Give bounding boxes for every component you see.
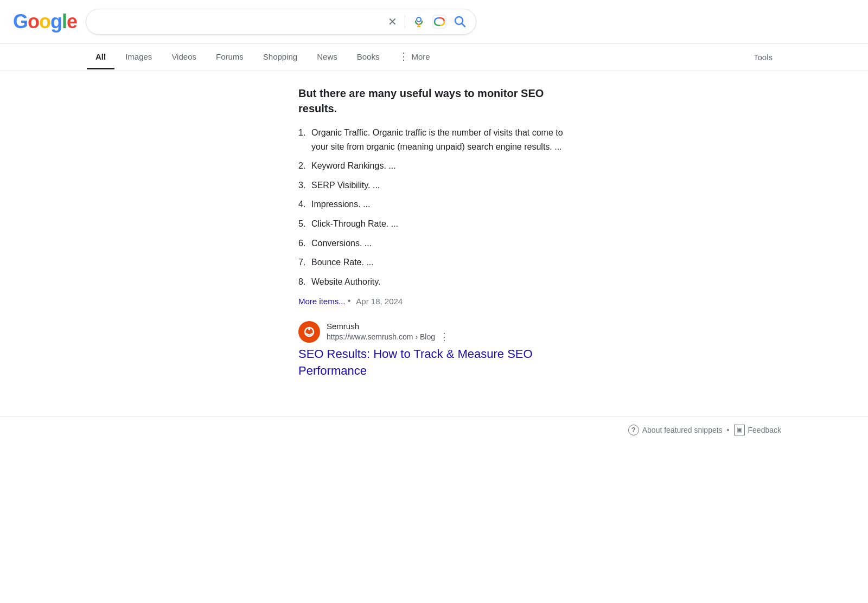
list-text: Impressions. ... — [311, 200, 370, 209]
about-snippets-item[interactable]: ? About featured snippets — [628, 425, 723, 435]
list-item: 6. Conversions. ... — [298, 236, 570, 251]
search-input[interactable]: how to measure search engine optimizatio… — [95, 16, 380, 28]
search-icons: ✕ — [386, 15, 467, 29]
more-items-link[interactable]: More items... — [298, 297, 346, 306]
search-submit-icon[interactable] — [453, 15, 467, 29]
snippet-list: 1. Organic Traffic. Organic traffic is t… — [298, 126, 570, 288]
mic-icon[interactable] — [412, 15, 426, 29]
svg-line-5 — [462, 24, 465, 27]
featured-snippet: But there are many useful ways to monito… — [298, 86, 570, 380]
list-text: Website Authority. — [311, 277, 380, 286]
svg-point-0 — [417, 17, 421, 22]
list-num: 3. — [298, 178, 305, 193]
tab-news[interactable]: News — [308, 46, 346, 69]
list-text: Conversions. ... — [311, 239, 372, 248]
list-item: 4. Impressions. ... — [298, 197, 570, 211]
main-content: But there are many useful ways to monito… — [212, 70, 656, 408]
tab-forums[interactable]: Forums — [207, 46, 252, 69]
semrush-logo-icon — [302, 324, 317, 339]
feedback-label: Feedback — [748, 426, 781, 434]
source-url-row: https://www.semrush.com › Blog ⋮ — [327, 331, 449, 343]
list-num: 2. — [298, 159, 305, 173]
divider — [405, 15, 405, 28]
svg-point-8 — [308, 328, 310, 330]
result-source: Semrush https://www.semrush.com › Blog ⋮ — [298, 321, 570, 343]
source-name: Semrush — [327, 322, 449, 331]
snippet-heading: But there are many useful ways to monito… — [298, 86, 570, 116]
source-url: https://www.semrush.com › Blog — [327, 332, 435, 341]
tab-books[interactable]: Books — [348, 46, 388, 69]
tab-tools[interactable]: Tools — [745, 46, 781, 68]
list-num: 1. — [298, 126, 305, 140]
tab-videos[interactable]: Videos — [163, 46, 205, 69]
about-snippets-label: About featured snippets — [642, 426, 723, 434]
list-text: Keyword Rankings. ... — [311, 161, 396, 170]
list-num: 8. — [298, 275, 305, 289]
lens-icon[interactable] — [432, 15, 446, 29]
dot-separator: • — [348, 296, 351, 306]
bottom-bar: ? About featured snippets • ▣ Feedback — [0, 416, 868, 443]
list-text: Organic Traffic. Organic traffic is the … — [311, 128, 563, 151]
list-num: 4. — [298, 197, 305, 211]
tab-all[interactable]: All — [87, 46, 114, 69]
search-bar: how to measure search engine optimizatio… — [86, 9, 476, 35]
feedback-icon: ▣ — [734, 425, 745, 435]
tab-shopping[interactable]: Shopping — [254, 46, 306, 69]
tab-images[interactable]: Images — [117, 46, 161, 69]
more-dots-icon: ⋮ — [399, 50, 409, 62]
snippet-date: Apr 18, 2024 — [356, 297, 403, 306]
list-item: 7. Bounce Rate. ... — [298, 255, 570, 270]
footer-dot: • — [727, 426, 730, 434]
list-num: 5. — [298, 217, 305, 231]
list-item: 8. Website Authority. — [298, 275, 570, 289]
google-logo[interactable]: Google — [13, 10, 77, 33]
tab-more[interactable]: ⋮ More — [390, 44, 438, 70]
header: Google how to measure search engine opti… — [0, 0, 868, 44]
about-icon: ? — [628, 425, 639, 435]
clear-icon[interactable]: ✕ — [386, 16, 398, 28]
list-num: 6. — [298, 236, 305, 251]
list-text: Bounce Rate. ... — [311, 258, 374, 267]
list-item: 5. Click-Through Rate. ... — [298, 217, 570, 231]
list-num: 7. — [298, 255, 305, 270]
list-item: 2. Keyword Rankings. ... — [298, 159, 570, 173]
feedback-item[interactable]: ▣ Feedback — [734, 425, 781, 435]
result-title-link[interactable]: SEO Results: How to Track & Measure SEO … — [298, 346, 570, 380]
source-favicon — [298, 321, 320, 343]
list-text: Click-Through Rate. ... — [311, 219, 398, 228]
source-menu-icon[interactable]: ⋮ — [439, 331, 449, 343]
result-item: Semrush https://www.semrush.com › Blog ⋮… — [298, 321, 570, 380]
list-item: 3. SERP Visibility. ... — [298, 178, 570, 193]
svg-point-6 — [302, 324, 317, 339]
nav-tabs: All Images Videos Forums Shopping News B… — [0, 44, 868, 70]
list-text: SERP Visibility. ... — [311, 181, 380, 190]
more-items-row: More items... • Apr 18, 2024 — [298, 296, 570, 306]
source-info: Semrush https://www.semrush.com › Blog ⋮ — [327, 322, 449, 343]
list-item: 1. Organic Traffic. Organic traffic is t… — [298, 126, 570, 153]
